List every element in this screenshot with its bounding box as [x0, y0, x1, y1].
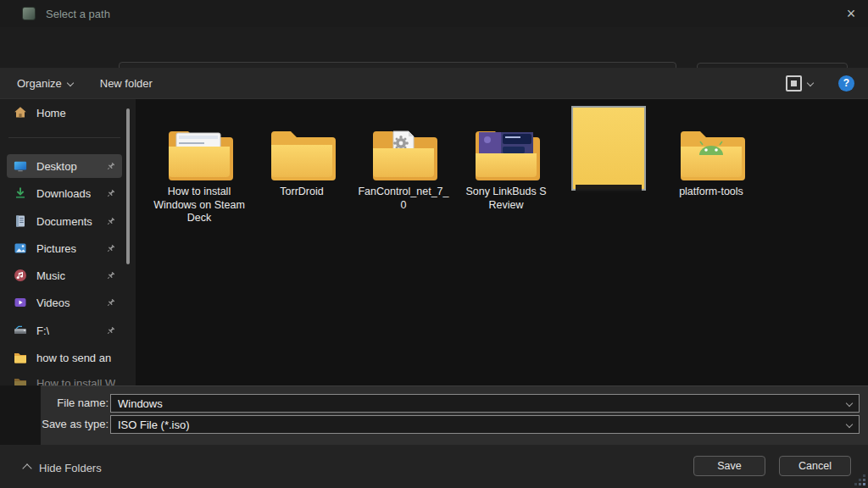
- sidebar-separator: [8, 137, 120, 138]
- folder-tile[interactable]: TorrDroid: [255, 111, 348, 199]
- sidebar-item-downloads[interactable]: Downloads: [7, 181, 122, 205]
- folder-name: How to install Windows on Steam Deck: [153, 186, 246, 225]
- file-list: How to install Windows on Steam Deck Tor…: [136, 99, 868, 385]
- save-as-type-label: Save as type:: [32, 418, 108, 430]
- image-preview: [479, 132, 533, 156]
- sidebar-item-label: Downloads: [36, 187, 91, 200]
- folder-icon: [470, 125, 542, 180]
- pictures-icon: [14, 241, 27, 255]
- selected-folder-thumbnail[interactable]: [571, 106, 646, 191]
- videos-icon: [14, 296, 27, 309]
- organize-button[interactable]: Organize: [17, 77, 73, 90]
- sidebar-item-label: Desktop: [36, 160, 77, 173]
- organize-label: Organize: [17, 77, 62, 90]
- folder-tile[interactable]: Sony LinkBuds S Review: [459, 111, 553, 212]
- large-icons-view-icon: [786, 75, 802, 92]
- sidebar-item-label: Videos: [36, 297, 70, 309]
- home-icon: [14, 106, 27, 119]
- pin-icon: [106, 217, 115, 226]
- folder-name: FanControl_net_7_0: [357, 186, 450, 212]
- new-folder-button[interactable]: New folder: [100, 77, 153, 90]
- folder-tile[interactable]: platform-tools: [665, 111, 758, 199]
- folder-tile-selected[interactable]: [562, 106, 655, 191]
- save-button[interactable]: Save: [693, 456, 765, 476]
- obscured-folder-name: [576, 185, 642, 192]
- close-button[interactable]: ×: [834, 1, 868, 26]
- pin-icon: [106, 326, 115, 336]
- pin-icon: [106, 244, 115, 253]
- folder-icon: [676, 125, 747, 180]
- chevron-down-icon: [807, 80, 814, 86]
- save-as-type-select[interactable]: ISO File (*.iso): [110, 415, 860, 434]
- folder-name: Sony LinkBuds S Review: [459, 186, 553, 212]
- sidebar-item-label: how to send an: [36, 352, 111, 364]
- file-name-input[interactable]: [118, 397, 847, 410]
- sidebar-item-documents[interactable]: Documents: [7, 209, 122, 233]
- chevron-down-icon: [67, 80, 74, 86]
- chevron-up-icon: [22, 463, 31, 473]
- folder-tile[interactable]: FanControl_net_7_0: [357, 111, 450, 212]
- desktop-icon: [14, 160, 27, 173]
- sidebar-item-label: Pictures: [36, 242, 76, 255]
- folder-icon: [14, 377, 27, 385]
- sidebar-item-folder[interactable]: How to install W: [7, 371, 122, 385]
- sidebar-item-label: Documents: [36, 215, 92, 228]
- sidebar-item-pictures[interactable]: Pictures: [7, 236, 122, 260]
- app-icon: [22, 7, 36, 20]
- folder-name: platform-tools: [665, 186, 758, 199]
- sidebar-item-music[interactable]: Music: [7, 263, 122, 287]
- help-button[interactable]: ?: [838, 75, 854, 92]
- folder-icon: [266, 125, 337, 180]
- new-folder-label: New folder: [100, 77, 153, 90]
- file-name-panel: File name: Save as type: ISO File (*.iso…: [41, 385, 868, 445]
- folder-icon: [14, 352, 27, 363]
- sidebar-item-desktop[interactable]: Desktop: [7, 154, 122, 178]
- help-icon: ?: [838, 75, 854, 92]
- cancel-button[interactable]: Cancel: [779, 456, 851, 476]
- sidebar-item-home[interactable]: Home: [7, 101, 122, 125]
- music-icon: [14, 269, 27, 282]
- file-name-label: File name:: [32, 396, 108, 409]
- pin-icon: [106, 271, 115, 280]
- chevron-down-icon[interactable]: [846, 421, 853, 428]
- file-name-combo[interactable]: [110, 394, 860, 413]
- command-toolbar: Organize New folder ?: [0, 68, 868, 99]
- folder-icon: [164, 125, 235, 180]
- title-bar: Select a path ×: [0, 0, 868, 27]
- hide-folders-button[interactable]: Hide Folders: [24, 462, 102, 474]
- folder-icon: [368, 125, 439, 180]
- pin-icon: [106, 189, 115, 198]
- pin-icon: [106, 162, 115, 171]
- downloads-icon: [14, 186, 27, 200]
- sidebar-item-label: Music: [36, 269, 65, 282]
- sidebar-item-f-drive[interactable]: F:\: [7, 319, 122, 342]
- sidebar-item-label: Home: [36, 107, 66, 119]
- window-title: Select a path: [46, 8, 110, 20]
- navigation-bar: ← → ↑ Desktop: [0, 27, 868, 68]
- view-mode-button[interactable]: [786, 75, 813, 92]
- sidebar-item-videos[interactable]: Videos: [7, 291, 122, 314]
- hide-folders-label: Hide Folders: [39, 462, 102, 474]
- sidebar-scrollbar[interactable]: [126, 108, 130, 264]
- resize-grip-icon[interactable]: [854, 474, 865, 485]
- sidebar-item-folder[interactable]: how to send an: [7, 346, 122, 369]
- chevron-down-icon[interactable]: [846, 400, 853, 407]
- folder-tile[interactable]: How to install Windows on Steam Deck: [153, 111, 246, 225]
- drive-icon: [14, 324, 27, 337]
- pin-icon: [106, 298, 115, 308]
- folder-name: TorrDroid: [255, 186, 348, 199]
- navigation-pane: Home Desktop Downloads Docume: [0, 99, 136, 385]
- sidebar-item-label: F:\: [36, 324, 49, 337]
- save-as-type-value: ISO File (*.iso): [118, 419, 847, 431]
- documents-icon: [14, 214, 27, 228]
- sidebar-item-label: How to install W: [36, 377, 115, 386]
